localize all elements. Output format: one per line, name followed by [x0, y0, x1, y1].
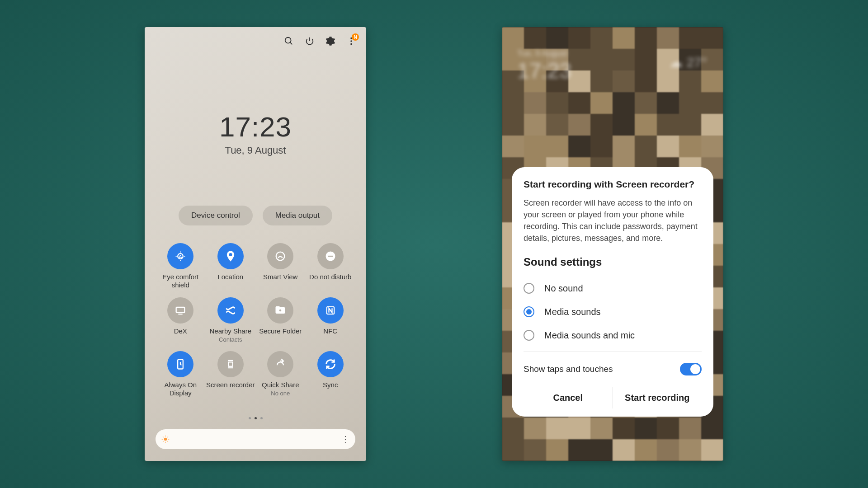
tile-label: Smart View — [263, 273, 297, 281]
dialog-body: Screen recorder will have access to the … — [524, 197, 702, 244]
nfc-icon — [317, 297, 344, 324]
tile-sublabel: Contacts — [219, 336, 242, 343]
tile-label: Location — [217, 273, 243, 281]
tile-eye[interactable]: AEye comfort shield — [156, 243, 206, 289]
option-label: Media sounds and mic — [544, 330, 635, 341]
svg-line-25 — [163, 436, 164, 437]
tile-smartview[interactable]: Smart View — [255, 243, 306, 289]
tile-label: Sync — [323, 381, 338, 389]
tile-label: Always On Display — [156, 381, 206, 397]
quickshare-icon — [267, 351, 293, 377]
tile-label: Do not disturb — [309, 273, 351, 281]
tile-aod[interactable]: Always On Display — [156, 351, 206, 397]
svg-line-26 — [167, 441, 168, 442]
tile-folder[interactable]: Secure Folder — [255, 297, 306, 343]
settings-gear-icon[interactable] — [326, 36, 335, 48]
svg-text:A: A — [179, 253, 182, 259]
svg-point-0 — [285, 38, 291, 43]
brightness-icon — [161, 435, 170, 444]
screen-recorder-dialog-screen: Tue, 9 August 17:23 ☁ 27° Start recordin… — [502, 27, 723, 461]
sound-settings-heading: Sound settings — [524, 256, 702, 268]
svg-rect-19 — [228, 362, 232, 366]
svg-point-3 — [350, 40, 352, 42]
radio-icon — [524, 283, 534, 294]
option-label: Media sounds — [544, 307, 601, 317]
home-weather-blurred: ☁ 27° — [669, 54, 707, 70]
brightness-more-icon[interactable]: ⋮ — [341, 434, 350, 445]
cancel-button[interactable]: Cancel — [524, 387, 613, 408]
radio-icon — [524, 306, 534, 317]
aod-icon — [167, 351, 193, 377]
dex-icon — [167, 297, 193, 324]
show-taps-label: Show taps and touches — [524, 364, 680, 374]
radio-icon — [524, 330, 534, 341]
tile-sublabel: No one — [271, 390, 290, 397]
smartview-icon — [267, 243, 293, 269]
nearby-icon — [217, 297, 244, 324]
folder-icon — [267, 297, 293, 324]
power-icon[interactable] — [305, 36, 315, 48]
dnd-icon — [317, 243, 344, 269]
page-indicator — [145, 417, 366, 419]
search-icon[interactable] — [284, 36, 294, 48]
svg-point-4 — [350, 43, 352, 45]
tile-nfc[interactable]: NFC — [306, 297, 356, 343]
media-output-button[interactable]: Media output — [263, 206, 332, 225]
show-taps-toggle-row[interactable]: Show taps and touches — [524, 357, 702, 382]
svg-rect-14 — [176, 307, 185, 313]
tile-sync[interactable]: Sync — [306, 351, 356, 397]
option-media-sounds[interactable]: Media sounds — [524, 300, 702, 324]
dialog-title: Start recording with Screen recorder? — [524, 179, 702, 190]
start-recording-button[interactable]: Start recording — [613, 387, 702, 408]
svg-point-20 — [164, 438, 167, 441]
toggle-switch[interactable] — [680, 363, 702, 375]
quick-tiles-grid: AEye comfort shieldLocationSmart ViewDo … — [156, 243, 355, 397]
more-menu-icon[interactable]: N — [346, 36, 356, 48]
quick-settings-panel: N 17:23 Tue, 9 August Device control Med… — [145, 27, 366, 461]
tile-label: Screen recorder — [206, 381, 255, 389]
svg-line-28 — [167, 436, 168, 437]
svg-line-1 — [290, 42, 292, 45]
brightness-slider[interactable]: ⋮ — [156, 429, 355, 449]
clock-date: Tue, 9 August — [145, 145, 366, 156]
notification-badge: N — [352, 33, 359, 41]
home-clock-blurred: Tue, 9 August 17:23 — [517, 49, 571, 83]
tile-label: NFC — [323, 327, 337, 335]
record-icon — [217, 351, 244, 377]
tile-location[interactable]: Location — [206, 243, 256, 289]
tile-label: Eye comfort shield — [156, 273, 206, 289]
tile-label: DeX — [174, 327, 187, 335]
location-icon — [217, 243, 244, 269]
tile-dex[interactable]: DeX — [156, 297, 206, 343]
eye-icon: A — [167, 243, 193, 269]
option-media-and-mic[interactable]: Media sounds and mic — [524, 324, 702, 347]
option-label: No sound — [544, 283, 583, 294]
sync-icon — [317, 351, 344, 377]
tile-label: Quick Share — [262, 381, 299, 389]
tile-quickshare[interactable]: Quick ShareNo one — [255, 351, 306, 397]
tile-dnd[interactable]: Do not disturb — [306, 243, 356, 289]
tile-label: Nearby Share — [209, 327, 251, 335]
tile-record[interactable]: Screen recorder — [206, 351, 256, 397]
svg-point-16 — [279, 310, 282, 312]
svg-rect-13 — [328, 256, 333, 257]
screen-recorder-dialog: Start recording with Screen recorder? Sc… — [512, 167, 713, 417]
divider — [524, 352, 702, 352]
svg-line-27 — [163, 441, 164, 442]
clock-area: 17:23 Tue, 9 August — [145, 111, 366, 156]
clock-time: 17:23 — [145, 111, 366, 143]
tile-nearby[interactable]: Nearby ShareContacts — [206, 297, 256, 343]
option-no-sound[interactable]: No sound — [524, 277, 702, 300]
status-bar-icons: N — [284, 36, 356, 48]
device-control-button[interactable]: Device control — [179, 206, 253, 225]
tile-label: Secure Folder — [259, 327, 302, 335]
